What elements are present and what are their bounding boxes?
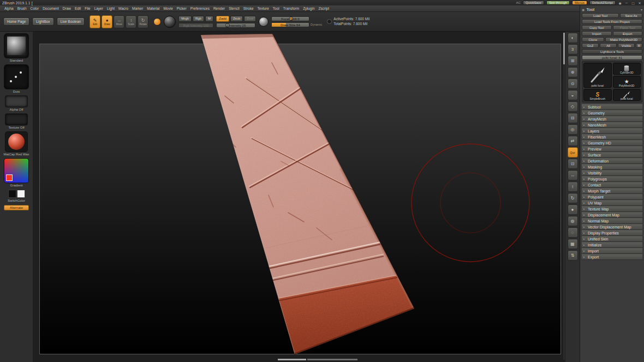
menu-draw[interactable]: Draw [63, 7, 71, 10]
palette-section-fibermesh[interactable]: FiberMesh [582, 134, 642, 140]
palette-section-displacement-map[interactable]: Displacement Map [582, 212, 642, 218]
palette-section-preview[interactable]: Preview [582, 146, 642, 152]
palette-section-nanomesh[interactable]: NanoMesh [582, 122, 642, 128]
palette-section-unified-skin[interactable]: Unified Skin [582, 236, 642, 242]
palette-section-visibility[interactable]: Visibility [582, 170, 642, 176]
draw-mode-button[interactable]: ● Draw [102, 15, 112, 28]
stroke-sphere-icon[interactable] [259, 17, 269, 27]
shelf-icon-bpr[interactable]: ◐ [568, 33, 578, 43]
vertical-scrollbar[interactable] [563, 33, 565, 360]
menu-stencil[interactable]: Stencil [229, 7, 240, 10]
menu-picker[interactable]: Picker [177, 7, 187, 10]
shelf-icon-actual[interactable]: ⊙ [568, 79, 578, 89]
palette-section-subtool[interactable]: Subtool [582, 104, 642, 110]
quicksave-button[interactable]: QuickSave [523, 1, 544, 5]
current-color-swatch[interactable] [6, 174, 13, 181]
menu-movie[interactable]: Movie [163, 7, 172, 10]
goz-all-button[interactable]: All [600, 43, 617, 48]
palette-section-import[interactable]: Import [582, 248, 642, 254]
session-icon[interactable]: ◉ [618, 1, 622, 5]
scale-mode-button[interactable]: ↕ Scale [126, 15, 136, 28]
viewport-canvas[interactable] [33, 32, 565, 362]
load-tool-button[interactable]: Load Tool [582, 13, 619, 18]
goz-r-button[interactable]: R [636, 43, 642, 48]
palette-pin-icon[interactable]: ◉ [582, 8, 585, 11]
shelf-icon-aahalf[interactable]: ◒ [568, 90, 578, 100]
export-button[interactable]: Export [613, 31, 643, 36]
menu-zscript[interactable]: Zscript [319, 7, 330, 10]
simplebrush-thumbnail[interactable]: S SimpleBrush [583, 89, 612, 101]
palette-section-arraymesh[interactable]: ArrayMesh [582, 116, 642, 122]
draw-size-slider[interactable]: Draw Size 64 [271, 22, 309, 27]
material-sphere-icon[interactable] [164, 16, 176, 28]
current-brush-thumbnail[interactable] [4, 34, 28, 58]
shelf-icon-transp[interactable]: ◍ [568, 216, 578, 226]
palette-dock-icon[interactable]: ▾ [641, 8, 642, 11]
active-brush-icon[interactable] [153, 18, 161, 26]
shelf-icon-quz[interactable]: Quz [568, 147, 578, 158]
current-material-thumbnail[interactable] [5, 132, 27, 152]
import-button[interactable]: Import [582, 31, 612, 36]
see-through-slider[interactable]: See-through [546, 1, 570, 5]
menu-edit[interactable]: Edit [75, 7, 81, 10]
rgb-button[interactable]: Rgb [193, 16, 204, 22]
lightbox-tools-button[interactable]: Lightbox ▸ Tools [582, 49, 642, 54]
paste-tool-button[interactable]: Paste Tool [613, 25, 643, 30]
goz-button[interactable]: GoZ [582, 43, 599, 48]
shelf-icon-floor[interactable]: ⊟ [568, 113, 578, 123]
current-alpha-thumbnail[interactable] [5, 96, 27, 107]
focal-shift-slider[interactable]: Focal Shift 0 [271, 16, 309, 21]
shelf-icon-zoom[interactable]: ⊕ [568, 67, 578, 77]
menu-layer[interactable]: Layer [94, 7, 103, 10]
edit-mode-button[interactable]: ✎ Edit [90, 15, 100, 28]
palette-section-export[interactable]: Export [582, 254, 642, 260]
zcut-button[interactable]: Zcut [244, 16, 256, 22]
shelf-icon-ghost[interactable]: ◌ [568, 227, 578, 238]
menu-tool[interactable]: Tool [273, 7, 279, 10]
menu-light[interactable]: Light [107, 7, 115, 10]
goz-visible-button[interactable]: Visible [618, 43, 635, 48]
shelf-icon-xpose[interactable]: ⇅ [568, 250, 578, 261]
cylinder3d-thumbnail[interactable]: Cylinder3D [613, 63, 641, 75]
palette-section-layers[interactable]: Layers [582, 128, 642, 134]
shelf-icon-solo[interactable]: ● [568, 204, 578, 215]
menu-alpha[interactable]: Alpha [4, 7, 14, 10]
color-picker[interactable] [4, 159, 28, 183]
save-as-button[interactable]: Save As [620, 13, 642, 18]
move-mode-button[interactable]: ↔ Move [114, 15, 124, 28]
active-tool-slider[interactable]: polki funal: 41 [582, 55, 642, 60]
minimize-icon[interactable]: ─ [624, 1, 629, 4]
shelf-icon-local[interactable]: ◎ [568, 124, 578, 135]
shelf-icon-persp[interactable]: ◇ [568, 101, 578, 112]
menu-color[interactable]: Color [31, 7, 39, 10]
zadd-button[interactable]: Zadd [216, 16, 229, 22]
menu-macro[interactable]: Macro [118, 7, 128, 10]
palette-section-geometry-hd[interactable]: Geometry HD [582, 140, 642, 146]
shelf-icon-rotate[interactable]: ↻ [568, 193, 578, 203]
menu-texture[interactable]: Texture [258, 7, 269, 10]
default-zscript-button[interactable]: DefaultZScript [589, 1, 616, 5]
shelf-icon-scroll[interactable]: ⊞ [568, 56, 578, 66]
palette-section-initialize[interactable]: Initialize [582, 242, 642, 248]
current-texture-thumbnail[interactable] [5, 114, 27, 125]
shelf-icon-polyf[interactable]: ▦ [568, 239, 578, 249]
alternate-button[interactable]: Alternate [4, 205, 29, 210]
menu-brush[interactable]: Brush [17, 7, 27, 10]
palette-section-display-properties[interactable]: Display Properties [582, 230, 642, 236]
shelf-icon-lsym[interactable]: ⇄ [568, 136, 578, 146]
main-color-swatch[interactable] [8, 190, 16, 198]
menu-zplugin[interactable]: Zplugin [303, 7, 314, 10]
m-button[interactable]: M [205, 16, 213, 22]
menu-render[interactable]: Render [213, 7, 225, 10]
palette-section-deformation[interactable]: Deformation [582, 158, 642, 164]
clone-button[interactable]: Clone [582, 37, 604, 42]
copy-tool-button[interactable]: Copy Tool [582, 25, 612, 30]
recent-tool-thumbnail[interactable]: polki funal [613, 89, 641, 101]
palette-section-contact[interactable]: Contact [582, 182, 642, 188]
palette-section-texture-map[interactable]: Texture Map [582, 206, 642, 212]
shelf-icon-scale[interactable]: ↕ [568, 182, 578, 192]
current-stroke-thumbnail[interactable] [4, 65, 28, 89]
zsub-button[interactable]: Zsub [230, 16, 243, 22]
menu-document[interactable]: Document [43, 7, 59, 10]
mrgb-button[interactable]: Mrgb [178, 16, 192, 22]
